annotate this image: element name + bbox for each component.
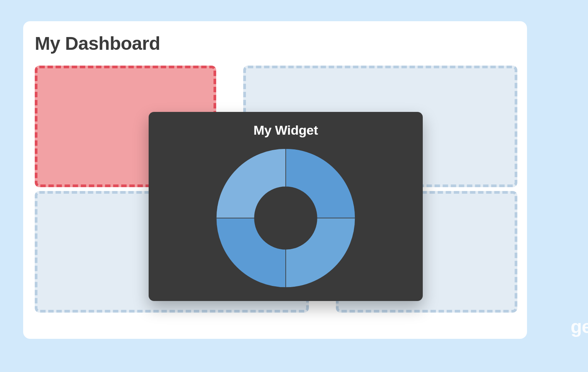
background-text-fragment: ge <box>571 316 588 337</box>
dashboard-title: My Dashboard <box>35 33 160 54</box>
widget-card[interactable]: My Widget <box>149 112 423 301</box>
widget-title: My Widget <box>254 123 318 138</box>
donut-chart <box>216 149 355 287</box>
donut-center-hole <box>255 187 317 249</box>
